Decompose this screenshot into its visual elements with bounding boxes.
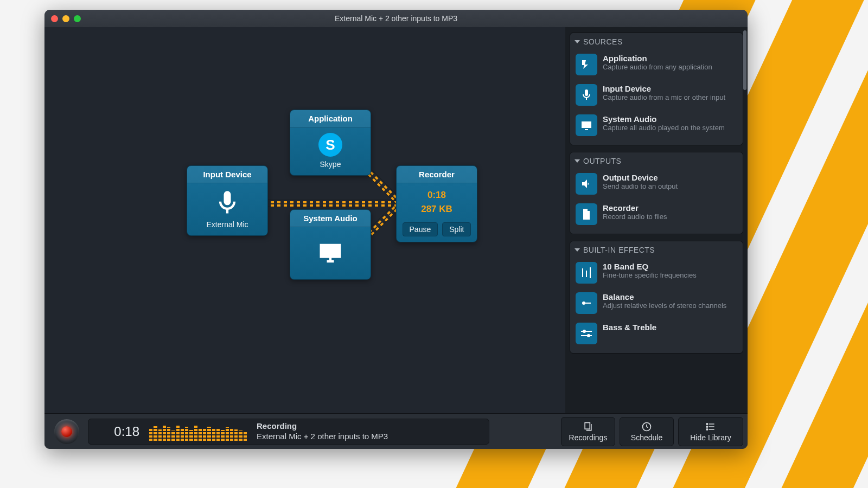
item-title: Bass & Treble bbox=[603, 323, 656, 332]
item-desc: Capture all audio played on the system bbox=[603, 124, 725, 132]
file-icon bbox=[576, 203, 597, 225]
effect-10band-eq[interactable]: 10 Band EQ Fine-tune specific frequencie… bbox=[575, 258, 738, 288]
item-title: Recorder bbox=[603, 203, 667, 213]
audio-graph-canvas[interactable]: Input Device External Mic Application S … bbox=[44, 27, 565, 413]
connector bbox=[367, 170, 400, 203]
hide-library-button[interactable]: Hide Library bbox=[678, 417, 743, 446]
connector bbox=[367, 203, 400, 236]
skype-icon: S bbox=[318, 133, 342, 157]
pause-button[interactable]: Pause bbox=[403, 222, 438, 236]
svg-point-4 bbox=[583, 330, 586, 333]
node-application[interactable]: Application S Skype bbox=[290, 110, 371, 176]
recorder-time: 0:18 bbox=[401, 190, 473, 201]
item-title: 10 Band EQ bbox=[603, 262, 697, 271]
svg-point-5 bbox=[587, 334, 590, 337]
item-desc: Capture audio from a mic or other input bbox=[603, 93, 725, 102]
section-effects: BUILT-IN EFFECTS 10 Band EQ Fine-tune sp… bbox=[570, 241, 743, 354]
recorder-size: 287 KB bbox=[401, 204, 473, 215]
item-desc: Capture audio from any application bbox=[603, 63, 712, 72]
item-title: Input Device bbox=[603, 84, 725, 93]
svg-point-8 bbox=[706, 423, 708, 425]
svg-rect-1 bbox=[585, 303, 591, 304]
speaker-icon bbox=[576, 173, 597, 195]
section-outputs: OUTPUTS Output Device Send audio to an o… bbox=[570, 152, 743, 234]
section-heading-label: SOURCES bbox=[583, 37, 623, 46]
microphone-icon bbox=[213, 189, 241, 217]
svg-point-9 bbox=[706, 426, 708, 427]
status-card: 0:18 Recording External Mic + 2 other in… bbox=[88, 419, 489, 445]
split-button[interactable]: Split bbox=[442, 222, 471, 236]
item-desc: Adjust relative levels of stereo channel… bbox=[603, 301, 726, 310]
effect-bass-treble[interactable]: Bass & Treble bbox=[575, 318, 738, 349]
node-recorder[interactable]: Recorder 0:18 287 KB Pause Split bbox=[396, 165, 477, 242]
window-title: External Mic + 2 other inputs to MP3 bbox=[44, 14, 748, 23]
app-window: External Mic + 2 other inputs to MP3 Inp… bbox=[44, 10, 748, 449]
schedule-button[interactable]: Schedule bbox=[620, 417, 674, 446]
section-heading-label: OUTPUTS bbox=[583, 157, 621, 165]
section-header[interactable]: SOURCES bbox=[575, 37, 738, 46]
effect-balance[interactable]: Balance Adjust relative levels of stereo… bbox=[575, 288, 738, 318]
section-header[interactable]: BUILT-IN EFFECTS bbox=[575, 246, 738, 254]
balance-icon bbox=[576, 292, 597, 314]
node-label: External Mic bbox=[206, 220, 248, 229]
status-detail: External Mic + 2 other inputs to MP3 bbox=[257, 432, 388, 442]
output-recorder[interactable]: Recorder Record audio to files bbox=[575, 199, 738, 229]
level-meter bbox=[149, 422, 247, 441]
chevron-down-icon bbox=[575, 40, 580, 43]
output-device[interactable]: Output Device Send audio to an output bbox=[575, 169, 738, 199]
node-title: Input Device bbox=[187, 166, 267, 183]
svg-rect-6 bbox=[585, 422, 590, 429]
node-title: Application bbox=[290, 110, 371, 127]
chevron-down-icon bbox=[575, 248, 580, 252]
equalizer-icon bbox=[576, 262, 597, 284]
item-title: Balance bbox=[603, 292, 726, 301]
titlebar[interactable]: External Mic + 2 other inputs to MP3 bbox=[44, 10, 748, 27]
svg-point-0 bbox=[582, 301, 585, 305]
record-button[interactable] bbox=[54, 419, 79, 444]
item-title: System Audio bbox=[603, 114, 725, 124]
node-input-device[interactable]: Input Device External Mic bbox=[187, 165, 268, 236]
node-title: Recorder bbox=[397, 166, 477, 183]
connector bbox=[264, 200, 400, 207]
node-title: System Audio bbox=[290, 210, 371, 227]
node-system-audio[interactable]: System Audio bbox=[290, 209, 371, 280]
footer-bar: 0:18 Recording External Mic + 2 other in… bbox=[44, 413, 748, 449]
display-icon bbox=[316, 239, 344, 267]
source-application[interactable]: Application Capture audio from any appli… bbox=[575, 49, 738, 80]
status-time: 0:18 bbox=[96, 424, 139, 439]
item-title: Application bbox=[603, 54, 712, 63]
library-sidebar: SOURCES Application Capture audio from a… bbox=[565, 27, 748, 413]
chevron-down-icon bbox=[575, 159, 580, 163]
section-header[interactable]: OUTPUTS bbox=[575, 157, 738, 165]
section-heading-label: BUILT-IN EFFECTS bbox=[583, 246, 655, 254]
button-label: Hide Library bbox=[690, 433, 731, 442]
microphone-icon bbox=[576, 84, 597, 106]
item-desc: Record audio to files bbox=[603, 213, 667, 221]
clock-icon bbox=[641, 421, 652, 432]
source-system-audio[interactable]: System Audio Capture all audio played on… bbox=[575, 110, 738, 140]
button-label: Recordings bbox=[569, 433, 608, 442]
node-label: Skype bbox=[320, 160, 341, 169]
display-icon bbox=[576, 114, 597, 136]
record-indicator-icon bbox=[61, 426, 72, 437]
item-desc: Send audio to an output bbox=[603, 182, 678, 191]
source-input-device[interactable]: Input Device Capture audio from a mic or… bbox=[575, 80, 738, 110]
item-title: Output Device bbox=[603, 173, 678, 182]
recordings-icon bbox=[583, 421, 593, 432]
recordings-button[interactable]: Recordings bbox=[561, 417, 615, 446]
list-icon bbox=[705, 421, 716, 432]
status-title: Recording bbox=[257, 421, 388, 432]
application-icon bbox=[576, 54, 597, 75]
section-sources: SOURCES Application Capture audio from a… bbox=[570, 33, 743, 145]
sliders-icon bbox=[576, 323, 597, 344]
item-desc: Fine-tune specific frequencies bbox=[603, 271, 697, 280]
button-label: Schedule bbox=[631, 433, 662, 442]
scrollbar-thumb[interactable] bbox=[743, 30, 746, 90]
svg-point-10 bbox=[706, 428, 708, 430]
